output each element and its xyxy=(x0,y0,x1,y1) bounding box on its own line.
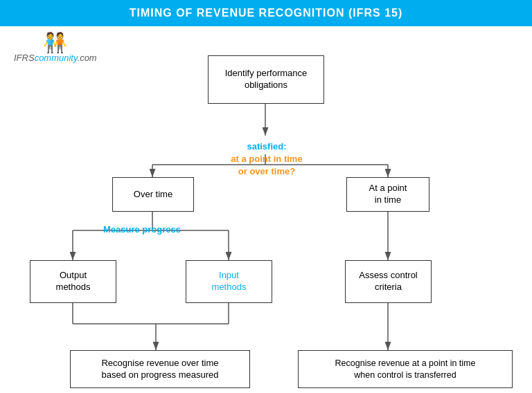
main-content: 🧑‍🤝‍🧑 IFRScommunity.com xyxy=(0,26,532,393)
recognise-point-label: Recognise revenue at a point in timewhen… xyxy=(335,358,476,381)
recognise-over-label: Recognise revenue over timebased on prog… xyxy=(101,358,218,381)
over-time-box: Over time xyxy=(112,177,194,212)
over-time-label: Over time xyxy=(134,189,172,201)
identify-box: Identify performanceobligations xyxy=(208,55,324,104)
recognise-point-box: Recognise revenue at a point in timewhen… xyxy=(298,350,513,388)
output-methods-box: Outputmethods xyxy=(30,260,116,303)
input-methods-box: Inputmethods xyxy=(186,260,272,303)
assess-control-box: Assess controlcriteria xyxy=(345,260,432,303)
logo: 🧑‍🤝‍🧑 IFRScommunity.com xyxy=(14,33,97,63)
at-point-box: At a pointin time xyxy=(346,177,429,212)
at-point-label: At a pointin time xyxy=(369,183,407,206)
header: TIMING OF REVENUE RECOGNITION (IFRS 15) xyxy=(0,0,532,26)
identify-label: Identify performanceobligations xyxy=(225,68,308,91)
input-methods-label: Inputmethods xyxy=(212,270,247,293)
output-methods-label: Outputmethods xyxy=(56,270,91,293)
header-title: TIMING OF REVENUE RECOGNITION (IFRS 15) xyxy=(130,7,403,19)
satisfied-label: satisfied:at a point in timeor over time… xyxy=(229,140,305,179)
measure-label: Measure progress xyxy=(97,223,187,236)
logo-text: IFRScommunity.com xyxy=(14,53,97,63)
recognise-over-box: Recognise revenue over timebased on prog… xyxy=(70,350,250,388)
assess-control-label: Assess controlcriteria xyxy=(359,270,418,293)
logo-people-icon: 🧑‍🤝‍🧑 xyxy=(43,33,67,53)
